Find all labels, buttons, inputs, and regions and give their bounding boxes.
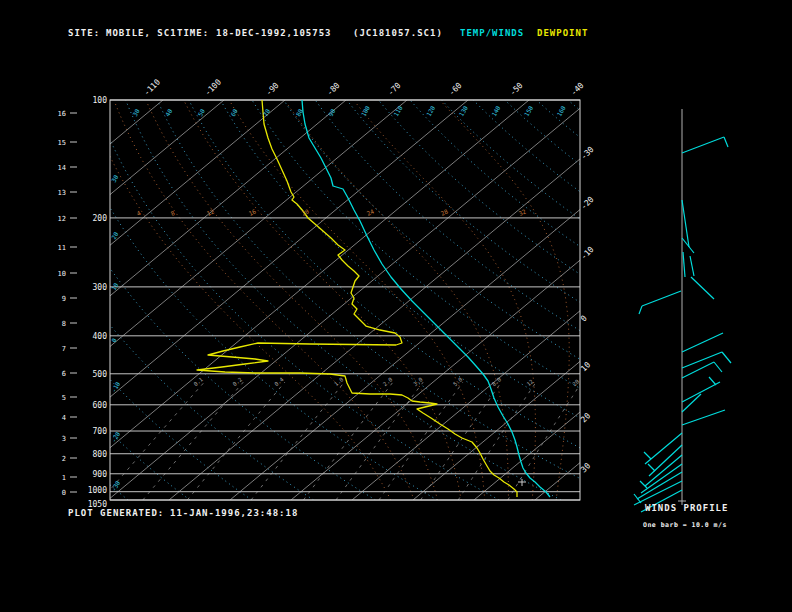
svg-text:20: 20 — [579, 411, 592, 424]
svg-text:10: 10 — [110, 281, 120, 291]
wind-barb — [642, 291, 681, 306]
svg-text:1000: 1000 — [88, 486, 107, 495]
svg-text:9: 9 — [62, 295, 66, 303]
gridline-labels: 3040506070809010011012013014015016030201… — [110, 104, 580, 492]
wind-barb — [648, 464, 655, 471]
svg-text:-60: -60 — [447, 81, 464, 98]
svg-text:-100: -100 — [203, 77, 223, 97]
mixing-ratio-lines — [101, 382, 582, 500]
wind-barb — [641, 464, 682, 493]
svg-text:700: 700 — [93, 427, 108, 436]
svg-text:-20: -20 — [110, 430, 122, 443]
wind-barb — [691, 277, 714, 299]
wind-barb — [682, 352, 722, 368]
svg-text:-40: -40 — [569, 81, 586, 98]
svg-text:-10: -10 — [110, 380, 122, 393]
winds-profile-title: WINDS PROFILE — [645, 504, 728, 513]
svg-text:12: 12 — [58, 215, 66, 223]
svg-text:0: 0 — [579, 314, 589, 324]
svg-text:1.0: 1.0 — [333, 376, 344, 387]
svg-text:-90: -90 — [264, 81, 281, 98]
wind-barb — [649, 445, 682, 476]
svg-text:200: 200 — [93, 214, 108, 223]
svg-text:-50: -50 — [508, 81, 525, 98]
svg-text:-70: -70 — [386, 81, 403, 98]
svg-text:500: 500 — [93, 370, 108, 379]
svg-text:5.0: 5.0 — [452, 376, 463, 387]
svg-text:1: 1 — [62, 474, 66, 482]
svg-text:120: 120 — [425, 104, 437, 117]
svg-text:8: 8 — [62, 320, 66, 328]
wind-barb — [724, 137, 728, 147]
svg-text:110: 110 — [392, 104, 404, 117]
wind-barb — [634, 494, 641, 503]
svg-text:130: 130 — [457, 104, 469, 117]
svg-text:28: 28 — [439, 207, 449, 217]
wind-barb — [683, 252, 685, 277]
svg-text:11: 11 — [58, 244, 66, 252]
svg-text:0.4: 0.4 — [273, 376, 285, 387]
wind-barb — [690, 256, 694, 276]
svg-text:10: 10 — [58, 270, 66, 278]
svg-text:0.2: 0.2 — [232, 376, 243, 387]
svg-text:-80: -80 — [325, 81, 342, 98]
axis-labels: 1002003004005006007008009001000105016151… — [58, 77, 596, 509]
winds-profile-subtitle: One barb = 10.0 m/s — [643, 522, 727, 529]
wind-barb — [682, 137, 724, 153]
svg-text:3.0: 3.0 — [412, 376, 423, 387]
svg-text:20: 20 — [571, 378, 580, 387]
wind-barb — [682, 333, 723, 352]
svg-text:13: 13 — [58, 189, 66, 197]
sounding-curves — [197, 100, 550, 497]
wind-barb — [639, 306, 642, 314]
svg-text:150: 150 — [523, 104, 535, 117]
svg-text:2: 2 — [62, 455, 66, 463]
svg-text:15: 15 — [58, 139, 66, 147]
svg-text:30: 30 — [110, 173, 120, 183]
wind-barb — [714, 362, 722, 372]
svg-text:10: 10 — [579, 360, 592, 373]
winds-profile-panel — [634, 109, 731, 512]
svg-text:5: 5 — [62, 394, 66, 402]
svg-text:300: 300 — [93, 283, 108, 292]
svg-text:16: 16 — [58, 110, 66, 118]
svg-text:8.0: 8.0 — [491, 376, 502, 387]
plot-generated-value: 11-JAN-1996,23:48:18 — [170, 509, 298, 518]
svg-text:2.0: 2.0 — [382, 376, 393, 387]
svg-text:900: 900 — [93, 470, 108, 479]
svg-text:32: 32 — [517, 207, 527, 217]
svg-text:12: 12 — [205, 207, 215, 217]
svg-text:-30: -30 — [579, 145, 596, 162]
svg-text:3: 3 — [62, 435, 66, 443]
wind-barb — [682, 410, 725, 425]
svg-text:6: 6 — [62, 370, 66, 378]
svg-text:0: 0 — [62, 489, 66, 497]
svg-text:4: 4 — [62, 414, 66, 422]
wind-barb — [644, 452, 651, 459]
svg-text:160: 160 — [555, 104, 567, 117]
svg-text:100: 100 — [359, 104, 371, 117]
svg-text:-110: -110 — [142, 77, 162, 97]
wind-barb — [682, 362, 714, 378]
svg-text:40: 40 — [164, 107, 174, 117]
surface-marker — [518, 479, 526, 486]
wind-barb — [709, 377, 716, 385]
svg-text:100: 100 — [93, 96, 108, 105]
svg-text:-10: -10 — [579, 245, 596, 262]
svg-text:800: 800 — [93, 450, 108, 459]
svg-text:4: 4 — [135, 209, 142, 217]
svg-text:14: 14 — [58, 164, 66, 172]
svg-text:30: 30 — [131, 107, 141, 117]
svg-text:8: 8 — [169, 209, 176, 217]
temp-curve — [302, 100, 550, 497]
svg-text:30: 30 — [579, 461, 592, 474]
svg-text:24: 24 — [365, 207, 375, 217]
svg-text:7: 7 — [62, 345, 66, 353]
wind-barb — [682, 382, 720, 402]
svg-text:16: 16 — [247, 207, 257, 217]
svg-text:400: 400 — [93, 332, 108, 341]
svg-text:60: 60 — [229, 107, 239, 117]
plot-generated-label: PLOT GENERATED: — [68, 509, 164, 518]
svg-text:0: 0 — [110, 337, 118, 344]
svg-text:-20: -20 — [579, 195, 596, 212]
